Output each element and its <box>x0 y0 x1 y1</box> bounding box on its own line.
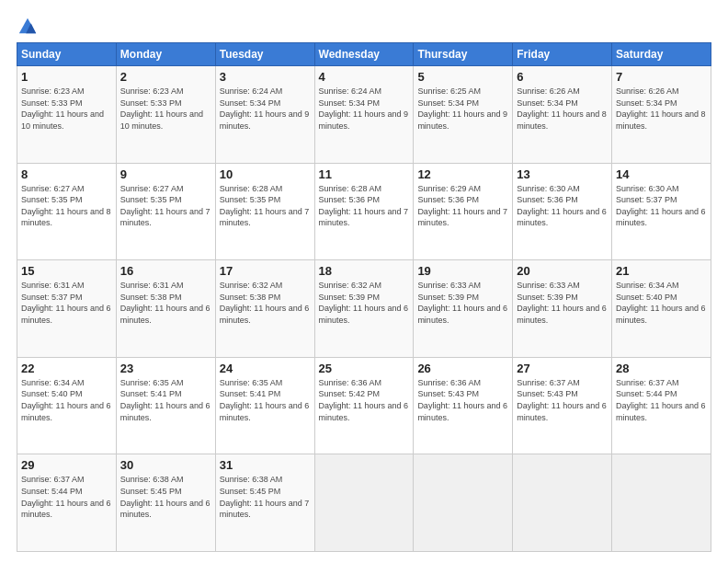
day-info: Sunrise: 6:37 AMSunset: 5:43 PMDaylight:… <box>517 378 607 422</box>
calendar-day-cell: 26 Sunrise: 6:36 AMSunset: 5:43 PMDaylig… <box>414 357 513 454</box>
calendar-day-cell: 9 Sunrise: 6:27 AMSunset: 5:35 PMDayligh… <box>116 163 215 260</box>
day-of-week-header: Monday <box>116 43 215 66</box>
day-info: Sunrise: 6:38 AMSunset: 5:45 PMDaylight:… <box>220 475 310 519</box>
day-info: Sunrise: 6:37 AMSunset: 5:44 PMDaylight:… <box>616 378 706 422</box>
day-number: 15 <box>21 264 112 278</box>
day-number: 22 <box>21 362 112 375</box>
day-number: 16 <box>120 264 211 278</box>
calendar-day-cell: 31 Sunrise: 6:38 AMSunset: 5:45 PMDaylig… <box>215 454 314 552</box>
day-of-week-header: Thursday <box>414 43 513 66</box>
calendar-day-cell: 29 Sunrise: 6:37 AMSunset: 5:44 PMDaylig… <box>17 454 117 552</box>
day-info: Sunrise: 6:32 AMSunset: 5:38 PMDaylight:… <box>220 281 310 325</box>
day-info: Sunrise: 6:26 AMSunset: 5:34 PMDaylight:… <box>616 86 706 131</box>
day-info: Sunrise: 6:37 AMSunset: 5:44 PMDaylight:… <box>21 475 111 519</box>
day-info: Sunrise: 6:23 AMSunset: 5:33 PMDaylight:… <box>120 86 203 131</box>
day-of-week-header: Saturday <box>612 43 711 66</box>
day-info: Sunrise: 6:38 AMSunset: 5:45 PMDaylight:… <box>120 475 210 519</box>
day-info: Sunrise: 6:26 AMSunset: 5:34 PMDaylight:… <box>517 86 607 131</box>
calendar-day-cell: 17 Sunrise: 6:32 AMSunset: 5:38 PMDaylig… <box>215 260 314 358</box>
day-number: 25 <box>319 362 410 375</box>
day-number: 28 <box>616 362 707 375</box>
calendar-week-row: 22 Sunrise: 6:34 AMSunset: 5:40 PMDaylig… <box>17 357 711 454</box>
calendar-day-cell: 15 Sunrise: 6:31 AMSunset: 5:37 PMDaylig… <box>17 260 117 358</box>
calendar-day-cell: 11 Sunrise: 6:28 AMSunset: 5:36 PMDaylig… <box>314 163 414 260</box>
day-number: 2 <box>120 70 211 84</box>
day-number: 30 <box>120 458 211 472</box>
header <box>17 17 711 33</box>
day-info: Sunrise: 6:27 AMSunset: 5:35 PMDaylight:… <box>120 184 210 228</box>
calendar-day-cell <box>513 454 612 552</box>
day-number: 27 <box>517 362 608 375</box>
day-number: 17 <box>220 264 311 278</box>
day-info: Sunrise: 6:27 AMSunset: 5:35 PMDaylight:… <box>21 184 111 228</box>
day-info: Sunrise: 6:28 AMSunset: 5:35 PMDaylight:… <box>220 184 310 228</box>
day-info: Sunrise: 6:24 AMSunset: 5:34 PMDaylight:… <box>220 86 310 131</box>
day-number: 11 <box>319 167 410 181</box>
day-of-week-header: Tuesday <box>215 43 314 66</box>
day-number: 4 <box>319 70 410 84</box>
calendar-day-cell: 21 Sunrise: 6:34 AMSunset: 5:40 PMDaylig… <box>612 260 711 358</box>
day-info: Sunrise: 6:25 AMSunset: 5:34 PMDaylight:… <box>417 86 507 131</box>
calendar-week-row: 8 Sunrise: 6:27 AMSunset: 5:35 PMDayligh… <box>17 163 711 260</box>
logo-icon <box>17 17 38 37</box>
day-of-week-header: Friday <box>513 43 612 66</box>
logo <box>17 17 38 33</box>
calendar-day-cell <box>612 454 711 552</box>
calendar-page: SundayMondayTuesdayWednesdayThursdayFrid… <box>0 0 728 563</box>
calendar-day-cell: 10 Sunrise: 6:28 AMSunset: 5:35 PMDaylig… <box>215 163 314 260</box>
day-info: Sunrise: 6:34 AMSunset: 5:40 PMDaylight:… <box>616 281 706 325</box>
day-number: 13 <box>517 167 608 181</box>
day-info: Sunrise: 6:30 AMSunset: 5:36 PMDaylight:… <box>517 184 607 228</box>
calendar-week-row: 15 Sunrise: 6:31 AMSunset: 5:37 PMDaylig… <box>17 260 711 358</box>
day-info: Sunrise: 6:29 AMSunset: 5:36 PMDaylight:… <box>417 184 507 228</box>
day-number: 8 <box>21 167 112 181</box>
day-number: 18 <box>319 264 410 278</box>
day-of-week-header: Wednesday <box>314 43 414 66</box>
day-number: 24 <box>220 362 311 375</box>
days-header-row: SundayMondayTuesdayWednesdayThursdayFrid… <box>17 43 711 66</box>
calendar-day-cell: 14 Sunrise: 6:30 AMSunset: 5:37 PMDaylig… <box>612 163 711 260</box>
day-number: 26 <box>417 362 508 375</box>
calendar-day-cell: 7 Sunrise: 6:26 AMSunset: 5:34 PMDayligh… <box>612 66 711 164</box>
calendar-day-cell: 22 Sunrise: 6:34 AMSunset: 5:40 PMDaylig… <box>17 357 117 454</box>
day-number: 1 <box>21 70 112 84</box>
day-number: 21 <box>616 264 707 278</box>
day-number: 9 <box>120 167 211 181</box>
calendar-day-cell: 6 Sunrise: 6:26 AMSunset: 5:34 PMDayligh… <box>513 66 612 164</box>
calendar-day-cell: 19 Sunrise: 6:33 AMSunset: 5:39 PMDaylig… <box>414 260 513 358</box>
calendar-day-cell: 1 Sunrise: 6:23 AMSunset: 5:33 PMDayligh… <box>17 66 117 164</box>
calendar-day-cell: 30 Sunrise: 6:38 AMSunset: 5:45 PMDaylig… <box>116 454 215 552</box>
day-info: Sunrise: 6:23 AMSunset: 5:33 PMDaylight:… <box>21 86 104 131</box>
calendar-week-row: 29 Sunrise: 6:37 AMSunset: 5:44 PMDaylig… <box>17 454 711 552</box>
day-info: Sunrise: 6:31 AMSunset: 5:37 PMDaylight:… <box>21 281 111 325</box>
day-info: Sunrise: 6:34 AMSunset: 5:40 PMDaylight:… <box>21 378 111 422</box>
calendar-day-cell <box>314 454 414 552</box>
calendar-day-cell: 24 Sunrise: 6:35 AMSunset: 5:41 PMDaylig… <box>215 357 314 454</box>
day-info: Sunrise: 6:30 AMSunset: 5:37 PMDaylight:… <box>616 184 706 228</box>
calendar-day-cell <box>414 454 513 552</box>
calendar-day-cell: 4 Sunrise: 6:24 AMSunset: 5:34 PMDayligh… <box>314 66 414 164</box>
calendar-day-cell: 2 Sunrise: 6:23 AMSunset: 5:33 PMDayligh… <box>116 66 215 164</box>
calendar-day-cell: 28 Sunrise: 6:37 AMSunset: 5:44 PMDaylig… <box>612 357 711 454</box>
calendar-day-cell: 5 Sunrise: 6:25 AMSunset: 5:34 PMDayligh… <box>414 66 513 164</box>
calendar-day-cell: 3 Sunrise: 6:24 AMSunset: 5:34 PMDayligh… <box>215 66 314 164</box>
day-info: Sunrise: 6:35 AMSunset: 5:41 PMDaylight:… <box>120 378 210 422</box>
calendar-day-cell: 16 Sunrise: 6:31 AMSunset: 5:38 PMDaylig… <box>116 260 215 358</box>
calendar-day-cell: 20 Sunrise: 6:33 AMSunset: 5:39 PMDaylig… <box>513 260 612 358</box>
day-number: 14 <box>616 167 707 181</box>
calendar-day-cell: 13 Sunrise: 6:30 AMSunset: 5:36 PMDaylig… <box>513 163 612 260</box>
calendar-body: 1 Sunrise: 6:23 AMSunset: 5:33 PMDayligh… <box>17 66 711 552</box>
day-info: Sunrise: 6:35 AMSunset: 5:41 PMDaylight:… <box>220 378 310 422</box>
day-info: Sunrise: 6:31 AMSunset: 5:38 PMDaylight:… <box>120 281 210 325</box>
day-number: 23 <box>120 362 211 375</box>
calendar-day-cell: 18 Sunrise: 6:32 AMSunset: 5:39 PMDaylig… <box>314 260 414 358</box>
day-of-week-header: Sunday <box>17 43 117 66</box>
day-info: Sunrise: 6:33 AMSunset: 5:39 PMDaylight:… <box>517 281 607 325</box>
calendar-day-cell: 25 Sunrise: 6:36 AMSunset: 5:42 PMDaylig… <box>314 357 414 454</box>
day-number: 19 <box>417 264 508 278</box>
day-info: Sunrise: 6:28 AMSunset: 5:36 PMDaylight:… <box>319 184 409 228</box>
day-number: 6 <box>517 70 608 84</box>
day-number: 12 <box>417 167 508 181</box>
calendar-week-row: 1 Sunrise: 6:23 AMSunset: 5:33 PMDayligh… <box>17 66 711 164</box>
day-number: 3 <box>220 70 311 84</box>
